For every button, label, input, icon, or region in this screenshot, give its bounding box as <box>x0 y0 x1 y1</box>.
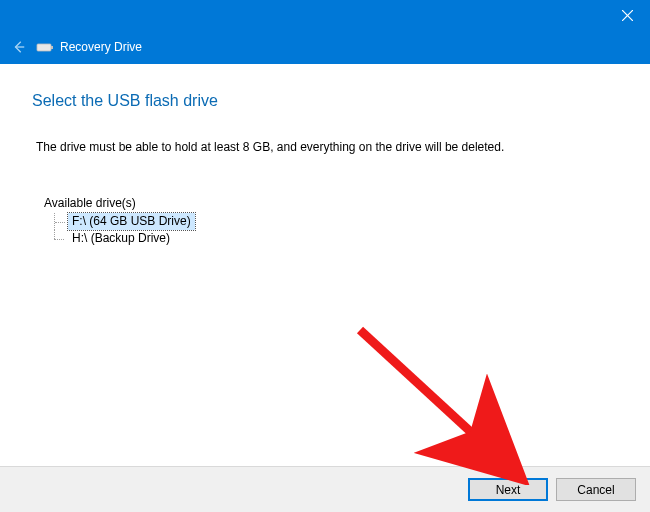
available-drives-label: Available drive(s) <box>44 196 618 210</box>
annotation-arrow-icon <box>350 320 540 485</box>
close-icon <box>622 10 633 21</box>
content-area: Select the USB flash drive The drive mus… <box>0 64 650 247</box>
drive-option-h[interactable]: H:\ (Backup Drive) <box>68 230 174 247</box>
back-arrow-icon <box>12 40 26 54</box>
list-item: H:\ (Backup Drive) <box>54 230 618 247</box>
next-button[interactable]: Next <box>468 478 548 501</box>
page-heading: Select the USB flash drive <box>32 92 618 110</box>
button-bar: Next Cancel <box>0 466 650 512</box>
list-item: F:\ (64 GB USB Drive) <box>54 213 618 230</box>
close-button[interactable] <box>605 0 650 30</box>
page-description: The drive must be able to hold at least … <box>36 140 618 154</box>
svg-rect-4 <box>51 46 53 49</box>
drives-tree: F:\ (64 GB USB Drive) H:\ (Backup Drive) <box>54 213 618 247</box>
window-title: Recovery Drive <box>60 40 142 54</box>
header: Recovery Drive <box>0 30 650 64</box>
svg-rect-3 <box>37 44 51 51</box>
recovery-drive-icon <box>36 40 54 54</box>
back-button[interactable] <box>6 40 32 54</box>
tree-connector <box>54 213 68 230</box>
cancel-button[interactable]: Cancel <box>556 478 636 501</box>
tree-connector <box>54 230 68 247</box>
titlebar <box>0 0 650 30</box>
drive-option-f[interactable]: F:\ (64 GB USB Drive) <box>68 213 195 230</box>
svg-line-5 <box>360 330 510 468</box>
